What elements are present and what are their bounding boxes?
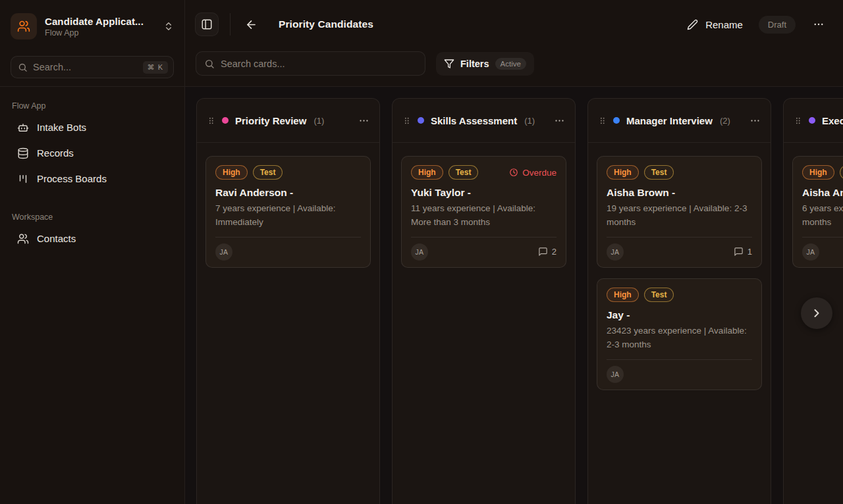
column-color-dot: [418, 117, 424, 124]
column-color-dot: [809, 117, 815, 124]
avatar: JA: [607, 243, 624, 261]
sidebar-item-records[interactable]: Records: [11, 140, 174, 166]
column-header: Skills Assessment (1): [393, 99, 575, 143]
column-count: (2): [720, 116, 730, 126]
column-menu-button[interactable]: [554, 115, 565, 126]
ellipsis-icon: [749, 115, 761, 126]
board-toolbar: Filters Active: [185, 49, 843, 86]
test-badge: Test: [840, 165, 843, 180]
nav-section-label: Flow App: [12, 101, 174, 111]
kanban-card[interactable]: High Test Aisha Brown - 19 years experie…: [597, 156, 762, 268]
back-button[interactable]: [242, 15, 260, 34]
test-badge: Test: [449, 165, 479, 180]
card-title: Jay -: [607, 309, 752, 321]
card-title: Yuki Taylor -: [411, 187, 557, 199]
comment-count: 2: [538, 247, 557, 257]
keyboard-shortcut-badge: ⌘ K: [143, 61, 168, 74]
avatar: JA: [802, 243, 819, 261]
main-header: Priority Candidates Rename Draft: [185, 0, 843, 87]
card-footer: JA: [215, 237, 361, 261]
kanban-card[interactable]: High Test Aisha Anderson - 6 years exper…: [792, 156, 843, 268]
sidebar-search-input[interactable]: [33, 62, 138, 72]
column-body: High Test Aisha Brown - 19 years experie…: [588, 143, 771, 399]
card-search-input[interactable]: [221, 59, 417, 69]
comment-count-value: 1: [748, 247, 752, 257]
drag-handle-icon[interactable]: [794, 115, 802, 126]
board-column-skills-assessment: Skills Assessment (1) High Test: [392, 98, 576, 504]
sidebar-nav: Flow App Intake Bots Records Process Boa…: [0, 87, 184, 254]
priority-badge: High: [411, 165, 443, 180]
card-footer: JA 2: [411, 237, 557, 261]
chevrons-up-down-icon[interactable]: [163, 21, 174, 32]
avatar: JA: [215, 243, 232, 261]
ellipsis-icon: [813, 18, 825, 30]
overdue-label: Overdue: [522, 168, 557, 178]
card-description: 19 years experience | Available: 2-3 mon…: [607, 202, 752, 229]
test-badge: Test: [253, 165, 283, 180]
column-menu-button[interactable]: [749, 115, 761, 126]
kanban-board: Priority Review (1) High Test Ravi Ander…: [185, 87, 843, 504]
ellipsis-icon: [554, 115, 565, 126]
sidebar-search[interactable]: ⌘ K: [11, 56, 174, 78]
more-options-button[interactable]: [813, 18, 825, 30]
test-badge: Test: [644, 165, 674, 180]
avatar: JA: [411, 243, 428, 261]
bot-icon: [17, 122, 29, 134]
app-subtitle: Flow App: [45, 28, 155, 38]
column-menu-button[interactable]: [358, 115, 369, 126]
column-title: Executive Review: [822, 115, 843, 126]
column-body: High Test Ravi Anderson - 7 years experi…: [197, 143, 379, 276]
card-badges: High Test: [802, 165, 843, 180]
app-window: Candidate Applicat... Flow App ⌘ K Flow …: [0, 0, 843, 504]
kanban-card[interactable]: High Test Jay - 23423 years experience |…: [597, 278, 762, 390]
topbar: Priority Candidates Rename Draft: [185, 0, 843, 49]
column-count: (1): [524, 116, 535, 126]
sidebar-toggle-button[interactable]: [195, 13, 219, 36]
filters-label: Filters: [460, 59, 489, 69]
card-footer: JA: [802, 237, 843, 261]
arrow-left-icon: [245, 18, 258, 31]
drag-handle-icon[interactable]: [402, 115, 411, 126]
app-logo: [11, 13, 37, 39]
sidebar-item-process-boards[interactable]: Process Boards: [11, 166, 174, 191]
ellipsis-icon: [358, 115, 369, 126]
main-area: Priority Candidates Rename Draft: [185, 0, 843, 504]
kanban-card[interactable]: High Test Ravi Anderson - 7 years experi…: [205, 156, 371, 268]
filters-button[interactable]: Filters Active: [436, 52, 534, 76]
scroll-right-button[interactable]: [801, 297, 832, 329]
app-title: Candidate Applicat...: [45, 16, 155, 27]
overdue-indicator: Overdue: [509, 168, 557, 178]
search-icon: [18, 63, 28, 72]
card-search[interactable]: [196, 51, 425, 76]
column-count: (1): [313, 116, 324, 126]
sidebar-item-contacts[interactable]: Contacts: [11, 226, 174, 251]
card-badges: High Test Overdue: [411, 165, 557, 180]
comment-count: 1: [734, 247, 752, 257]
card-badges: High Test: [215, 165, 361, 180]
card-description: 7 years experience | Available: Immediat…: [215, 202, 361, 229]
drag-handle-icon[interactable]: [598, 115, 607, 126]
column-header: Manager Interview (2): [588, 99, 771, 143]
card-description: 23423 years experience | Available: 2-3 …: [607, 324, 752, 351]
panel-left-icon: [201, 18, 213, 30]
kanban-card[interactable]: High Test Overdue Yuki Taylor - 11 years…: [401, 156, 566, 268]
card-footer: JA 1: [607, 237, 752, 261]
divider: [230, 13, 231, 36]
sidebar-item-label: Process Boards: [37, 173, 107, 184]
drag-handle-icon[interactable]: [207, 115, 215, 126]
priority-badge: High: [607, 165, 639, 180]
column-color-dot: [222, 117, 229, 124]
column-header: Priority Review (1): [197, 99, 379, 143]
app-switcher[interactable]: Candidate Applicat... Flow App: [11, 13, 174, 39]
column-title: Manager Interview: [626, 115, 713, 126]
card-title: Aisha Brown -: [607, 187, 752, 199]
column-body: High Test Overdue Yuki Taylor - 11 years…: [393, 143, 575, 276]
sidebar-item-label: Contacts: [37, 233, 76, 244]
card-badges: High Test: [607, 288, 752, 302]
sidebar-top: Candidate Applicat... Flow App ⌘ K: [0, 0, 184, 87]
board-column-priority-review: Priority Review (1) High Test Ravi Ander…: [196, 98, 380, 504]
rename-button[interactable]: Rename: [687, 19, 743, 30]
nav-section-label: Workspace: [12, 213, 174, 222]
comment-icon: [538, 247, 548, 257]
sidebar-item-intake-bots[interactable]: Intake Bots: [11, 114, 174, 140]
